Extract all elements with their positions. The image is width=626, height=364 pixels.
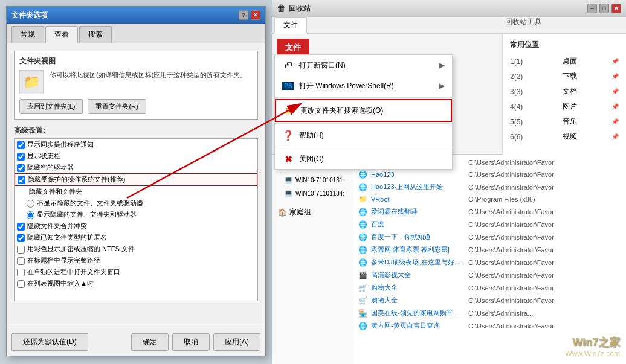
adv-item-2[interactable]: 隐藏空的驱动器: [15, 162, 257, 173]
checkbox-hide-merge-conflict[interactable]: [17, 223, 25, 231]
checkbox-color-ntfs[interactable]: [17, 246, 25, 254]
apply-button[interactable]: 应用(A): [213, 333, 260, 351]
item-icon-7: 🌐: [358, 246, 367, 254]
content-item-2[interactable]: 🌐 Hao123-上网从这里开始 C:\Users\Administrator\…: [355, 180, 625, 193]
menu-item-folder-options[interactable]: 📁 更改文件夹和搜索选项(O): [275, 99, 452, 122]
tab-file[interactable]: 文件: [274, 17, 307, 34]
apply-to-folders-button[interactable]: 应用到文件夹(L): [19, 99, 83, 114]
pin-icon6: 📌: [611, 133, 619, 140]
checkbox-hide-protected[interactable]: [18, 176, 25, 184]
close-button[interactable]: ✕: [611, 4, 621, 13]
dialog-titlebar: 文件夹选项 ? ✕: [7, 7, 265, 24]
adv-item-7[interactable]: 隐藏文件夹合并冲突: [15, 220, 257, 232]
adv-item-0[interactable]: 显示同步提供程序通知: [15, 139, 257, 150]
place-download[interactable]: 2(2) 下载 📌: [503, 69, 626, 84]
item-icon-2: 🌐: [358, 183, 367, 191]
ribbon-content: 回收站工具 文件 🗗 打开新窗口(N) ▶ PS 打开 Windows Powe…: [272, 34, 626, 155]
radio-show-hidden[interactable]: [27, 211, 34, 219]
tab-view[interactable]: 查看: [45, 26, 78, 43]
adv-item-9[interactable]: 用彩色显示加密或压缩的 NTFS 文件: [15, 243, 257, 255]
adv-item-1[interactable]: 显示状态栏: [15, 150, 257, 162]
tab-search[interactable]: 搜索: [79, 26, 112, 43]
content-item-1[interactable]: 🌐 Hao123 C:\Users\Administrator\Favor: [355, 168, 625, 180]
tab-general[interactable]: 常规: [11, 26, 44, 43]
place-music[interactable]: 5(5) 音乐 📌: [503, 114, 626, 129]
item-icon-10: 🛒: [358, 284, 367, 292]
close-menu-icon: ✖: [282, 153, 294, 165]
ok-button[interactable]: 确定: [131, 333, 169, 351]
place-desktop[interactable]: 1(1) 桌面 📌: [503, 54, 626, 69]
content-item-10[interactable]: 🛒 购物大全 C:\Users\Administrator\Favor: [355, 281, 625, 294]
powershell-icon: PS: [282, 80, 294, 92]
pin-icon4: 📌: [611, 103, 619, 110]
restore-defaults-button[interactable]: 还原为默认值(D): [11, 333, 88, 351]
item-icon-11: 🛒: [358, 296, 367, 305]
content-item-12[interactable]: 🏪 国美在线-领先的家电网购平台！ C:\Users\Administra...: [355, 307, 625, 319]
separator1: [275, 97, 452, 98]
cancel-button[interactable]: 取消: [172, 333, 210, 351]
pin-icon5: 📌: [611, 118, 619, 125]
nav-pane: 🌐 网络 💻 WIN10-71010131: 💻 WIN10-71101134:…: [272, 155, 353, 364]
adv-item-8[interactable]: 隐藏已知文件类型的扩展名: [15, 232, 257, 243]
checkbox-full-path[interactable]: [17, 257, 25, 265]
checkbox-hide-empty-drives[interactable]: [17, 164, 25, 172]
adv-item-11[interactable]: 在单独的进程中打开文件夹窗口: [15, 266, 257, 278]
file-dropdown-menu: 🗗 打开新窗口(N) ▶ PS 打开 Windows PowerShell(R)…: [274, 54, 453, 170]
content-item-4[interactable]: 🌐 爱词霸在线翻译 C:\Users\Administrator\Favor: [355, 205, 625, 218]
place-docs[interactable]: 3(3) 文档 📌: [503, 84, 626, 99]
pin-icon2: 📌: [611, 73, 619, 80]
window-icon: 🗗: [282, 59, 294, 71]
menu-item-open-window[interactable]: 🗗 打开新窗口(N) ▶: [275, 55, 452, 75]
folder-view-title: 文件夹视图: [19, 56, 253, 66]
adv-item-6[interactable]: 显示隐藏的文件、文件夹和驱动器: [15, 209, 257, 220]
dialog-tabs: 常规 查看 搜索: [7, 24, 265, 43]
dialog-content: 文件夹视图 📁 你可以将此视图(如详细信息或图标)应用于这种类型的所有文件夹。 …: [7, 43, 265, 328]
content-item-7[interactable]: 🌐 彩票网|体育彩票 福利彩票| C:\Users\Administrator\…: [355, 243, 625, 256]
nav-win10-2[interactable]: 💻 WIN10-71101134:: [274, 187, 350, 200]
content-item-11[interactable]: 🛒 购物大全 C:\Users\Administrator\Favor: [355, 294, 625, 307]
adv-item-5[interactable]: 不显示隐藏的文件、文件夹或驱动器: [15, 197, 257, 209]
dialog-help-button[interactable]: ?: [239, 10, 248, 20]
folder-icon-display: 📁: [19, 70, 44, 94]
minimize-button[interactable]: ─: [587, 4, 597, 13]
nav-homegroup[interactable]: 🏠 家庭组: [274, 205, 350, 220]
help-icon: ❓: [282, 129, 294, 141]
maximize-button[interactable]: □: [599, 4, 609, 13]
menu-item-close[interactable]: ✖ 关闭(C): [275, 148, 452, 169]
submenu-arrow2: ▶: [439, 81, 445, 90]
explorer-title: 回收站: [289, 4, 311, 14]
place-pics[interactable]: 4(4) 图片 📌: [503, 99, 626, 114]
content-item-9[interactable]: 🎬 高清影视大全 C:\Users\Administrator\Favor: [355, 269, 625, 281]
menu-item-help[interactable]: ❓ 帮助(H): [275, 125, 452, 145]
computer-icon: 💻: [284, 176, 293, 184]
content-item-8[interactable]: 🌐 多米DJ顶级夜场,在这里与好友一起... C:\Users\Administ…: [355, 256, 625, 269]
menu-item-powershell[interactable]: PS 打开 Windows PowerShell(R) ▶: [275, 75, 452, 96]
advanced-title: 高级设置:: [14, 126, 258, 136]
place-video[interactable]: 6(6) 视频 📌: [503, 129, 626, 144]
checkbox-hide-extensions[interactable]: [17, 234, 25, 242]
content-pane[interactable]: 🌐 edge浏览器下载升级 C:\Users\Administrator\Fav…: [353, 155, 626, 364]
item-icon-8: 🌐: [358, 258, 367, 267]
folder-icon: 📁: [24, 74, 40, 90]
reset-folders-button[interactable]: 重置文件夹(R): [88, 99, 146, 114]
adv-item-12[interactable]: 在列表视图中缩入▲时: [15, 278, 257, 289]
content-item-3[interactable]: 📁 VRoot C:\Program Files (x86): [355, 193, 625, 205]
folder-options-dialog: 文件夹选项 ? ✕ 常规 查看 搜索 文件夹视图 📁 你可以将此视图(如详细信息…: [6, 6, 266, 356]
adv-item-10[interactable]: 在标题栏中显示完整路径: [15, 255, 257, 266]
nav-win10-1[interactable]: 💻 WIN10-71010131:: [274, 173, 350, 187]
dialog-close-button[interactable]: ✕: [251, 10, 260, 20]
checkbox-sync-notify[interactable]: [17, 141, 25, 149]
advanced-settings-list: 显示同步提供程序通知 显示状态栏 隐藏空的驱动器 隐藏受保护的操作系统文件(推荐…: [14, 138, 258, 301]
content-item-6[interactable]: 🌐 百度一下，你就知道 C:\Users\Administrator\Favor: [355, 231, 625, 243]
content-item-13[interactable]: 🌐 黄方网-黄页自言日查询 C:\Users\Administrator\Fav…: [355, 319, 625, 332]
adv-item-3[interactable]: 隐藏受保护的操作系统文件(推荐): [15, 173, 257, 186]
tools-label: 回收站工具: [505, 17, 541, 27]
checkbox-separate-process[interactable]: [17, 269, 25, 276]
radio-dont-show-hidden[interactable]: [27, 200, 34, 208]
homegroup-icon: 🏠: [278, 208, 287, 217]
checkbox-statusbar[interactable]: [17, 153, 25, 161]
checkbox-list-view[interactable]: [17, 280, 25, 288]
dialog-footer: 还原为默认值(D) 确定 取消 应用(A): [7, 328, 265, 356]
dialog-title: 文件夹选项: [11, 10, 48, 21]
content-item-5[interactable]: 🌐 百度 C:\Users\Administrator\Favor: [355, 218, 625, 231]
